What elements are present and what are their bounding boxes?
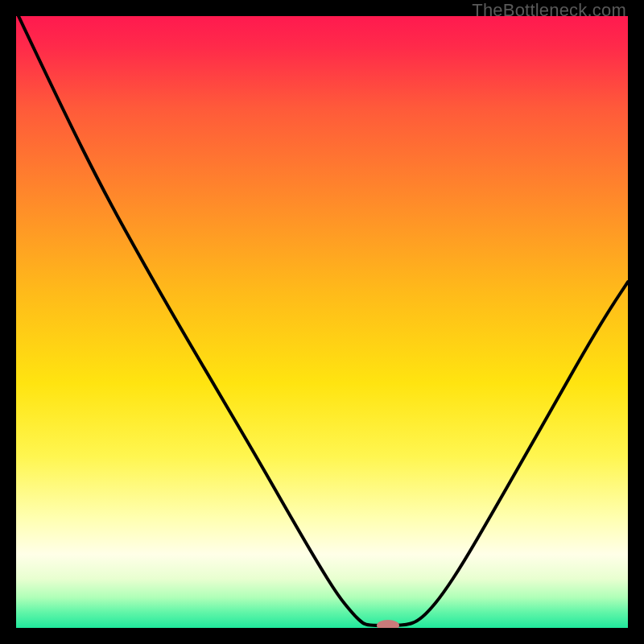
bottleneck-chart	[16, 16, 628, 628]
gradient-background	[16, 16, 628, 628]
watermark-text: TheBottleneck.com	[472, 0, 626, 21]
